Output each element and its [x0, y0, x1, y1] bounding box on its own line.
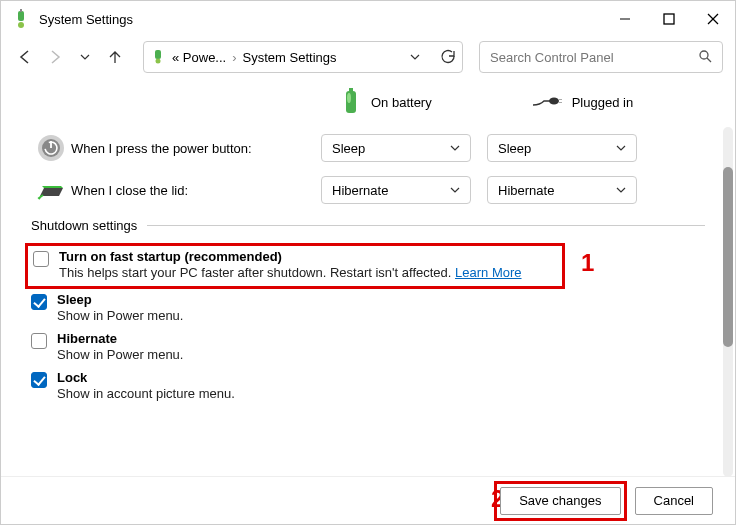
power-button-plugged-select[interactable]: Sleep	[487, 134, 637, 162]
svg-rect-1	[20, 9, 22, 12]
lock-option: Lock Show in account picture menu.	[31, 370, 705, 407]
fast-startup-title: Turn on fast startup (recommended)	[59, 249, 522, 264]
fast-startup-option: Turn on fast startup (recommended) This …	[31, 245, 705, 290]
save-changes-button[interactable]: Save changes	[500, 487, 620, 515]
svg-rect-12	[349, 88, 353, 92]
scrollbar[interactable]	[723, 127, 733, 476]
address-dropdown-icon[interactable]	[410, 50, 420, 65]
learn-more-link[interactable]: Learn More	[455, 265, 521, 280]
svg-point-8	[156, 58, 161, 63]
close-lid-battery-select[interactable]: Hibernate	[321, 176, 471, 204]
sleep-option: Sleep Show in Power menu.	[31, 292, 705, 329]
chevron-down-icon	[616, 185, 626, 195]
window-title: System Settings	[39, 12, 603, 27]
search-input[interactable]: Search Control Panel	[479, 41, 723, 73]
refresh-button[interactable]	[440, 48, 456, 67]
svg-point-9	[700, 51, 708, 59]
plug-icon	[532, 95, 562, 110]
row-close-lid: When I close the lid: Hibernate Hibernat…	[31, 176, 705, 204]
svg-point-13	[347, 93, 351, 103]
cancel-button[interactable]: Cancel	[635, 487, 713, 515]
forward-button[interactable]	[43, 45, 67, 69]
svg-rect-7	[155, 50, 161, 59]
sleep-checkbox[interactable]	[31, 294, 47, 310]
maximize-button[interactable]	[647, 1, 691, 37]
address-icon	[150, 48, 166, 67]
chevron-down-icon	[450, 143, 460, 153]
hibernate-title: Hibernate	[57, 331, 183, 346]
sleep-title: Sleep	[57, 292, 183, 307]
footer: 2 Save changes Cancel	[1, 476, 735, 524]
close-lid-plugged-select[interactable]: Hibernate	[487, 176, 637, 204]
row-power-button: When I press the power button: Sleep Sle…	[31, 134, 705, 162]
column-plugged-in: Plugged in	[532, 87, 633, 118]
svg-line-10	[707, 58, 711, 62]
sleep-sub: Show in Power menu.	[57, 308, 183, 323]
nav-row: « Powe... › System Settings Search Contr…	[1, 37, 735, 77]
power-button-battery-select[interactable]: Sleep	[321, 134, 471, 162]
hibernate-checkbox[interactable]	[31, 333, 47, 349]
power-button-label: When I press the power button:	[71, 141, 321, 156]
lock-checkbox[interactable]	[31, 372, 47, 388]
svg-rect-0	[18, 11, 24, 21]
titlebar: System Settings	[1, 1, 735, 37]
lid-icon	[31, 178, 71, 202]
fast-startup-checkbox[interactable]	[33, 251, 49, 267]
close-lid-label: When I close the lid:	[71, 183, 321, 198]
close-button[interactable]	[691, 1, 735, 37]
breadcrumb-first[interactable]: « Powe...	[172, 50, 226, 65]
chevron-down-icon	[616, 143, 626, 153]
power-icon	[31, 134, 71, 162]
content-area: On battery Plugged in When I press the p…	[1, 77, 735, 476]
battery-icon	[341, 87, 361, 118]
svg-rect-11	[346, 91, 356, 113]
breadcrumb-separator: ›	[232, 50, 236, 65]
lock-title: Lock	[57, 370, 235, 385]
up-button[interactable]	[103, 45, 127, 69]
search-icon	[698, 49, 712, 66]
lock-sub: Show in account picture menu.	[57, 386, 235, 401]
settings-window: System Settings « Powe... › System Setti…	[0, 0, 736, 525]
search-placeholder: Search Control Panel	[490, 50, 614, 65]
svg-rect-4	[664, 14, 674, 24]
svg-point-14	[549, 98, 559, 105]
breadcrumb-second[interactable]: System Settings	[243, 50, 337, 65]
column-on-battery: On battery	[341, 87, 432, 118]
svg-point-2	[18, 22, 24, 28]
app-icon	[11, 9, 31, 29]
shutdown-settings-heading: Shutdown settings	[31, 218, 705, 233]
address-bar[interactable]: « Powe... › System Settings	[143, 41, 463, 73]
hibernate-sub: Show in Power menu.	[57, 347, 183, 362]
chevron-down-icon	[450, 185, 460, 195]
recent-button[interactable]	[73, 45, 97, 69]
hibernate-option: Hibernate Show in Power menu.	[31, 331, 705, 368]
back-button[interactable]	[13, 45, 37, 69]
minimize-button[interactable]	[603, 1, 647, 37]
scrollbar-thumb[interactable]	[723, 167, 733, 347]
fast-startup-sub: This helps start your PC faster after sh…	[59, 265, 522, 280]
